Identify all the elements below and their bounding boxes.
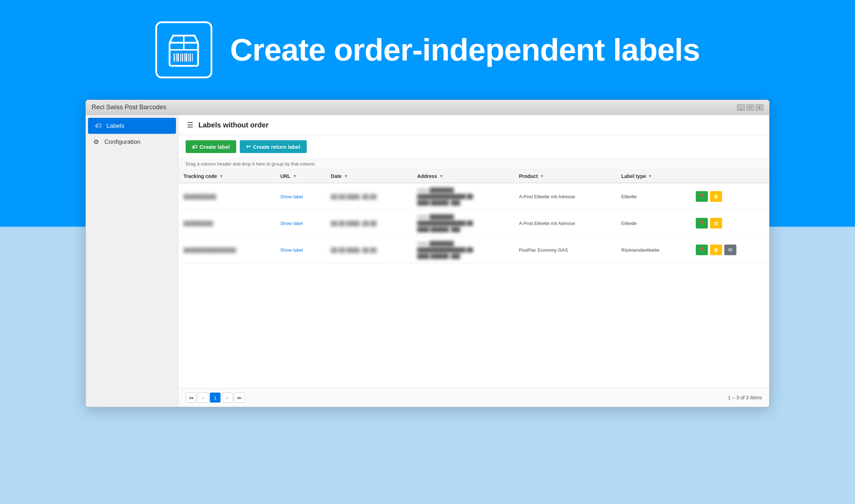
cell-tracking-code: ██████████ xyxy=(178,183,275,210)
cell-address: Adam ████████ ████████████████ ██ ████ █… xyxy=(412,210,514,237)
filter-address-icon[interactable]: ▼ xyxy=(439,174,444,179)
pin-button[interactable]: 📍 xyxy=(696,191,708,202)
pagination-bar: ⏮ ‹ 1 › ⏭ 1 – 3 of 3 items xyxy=(178,388,769,407)
maximize-button[interactable]: □ xyxy=(746,104,754,111)
delete-button[interactable]: 🗑 xyxy=(710,245,722,255)
show-label-link[interactable]: Show label xyxy=(280,221,303,226)
cell-product: A-Post Etikette mit Adresse xyxy=(514,210,616,237)
delete-button[interactable]: 🗑 xyxy=(710,218,722,229)
app-logo xyxy=(155,21,212,78)
create-label-icon: 🏷 xyxy=(192,144,197,150)
main-content: ☰ Labels without order 🏷 Create label ↩ … xyxy=(178,115,769,407)
table-row: █████████Show label██.██.████, ██:██Adam… xyxy=(178,210,769,237)
labels-icon: 🏷 xyxy=(94,122,102,130)
cell-address: Adam ████████ ████████████████ ██ ████ █… xyxy=(412,183,514,210)
col-address: Address ▼ xyxy=(412,170,514,183)
sidebar-item-configuration-label: Configuration xyxy=(104,138,140,146)
pagination-controls: ⏮ ‹ 1 › ⏭ xyxy=(186,393,245,403)
table-header-row: Tracking code ▼ URL ▼ xyxy=(178,170,769,183)
first-page-button[interactable]: ⏮ xyxy=(186,393,196,403)
app-window-wrap: Reci Swiss Post Barcodes _ □ × 🏷 Labels … xyxy=(86,100,770,407)
filter-url-icon[interactable]: ▼ xyxy=(292,174,297,179)
delete-button[interactable]: 🗑 xyxy=(710,191,722,202)
app-window: Reci Swiss Post Barcodes _ □ × 🏷 Labels … xyxy=(86,100,770,407)
cell-url[interactable]: Show label xyxy=(275,210,326,237)
sidebar: 🏷 Labels ⚙ Configuration xyxy=(86,115,178,407)
cell-url[interactable]: Show label xyxy=(275,237,326,263)
sidebar-item-configuration[interactable]: ⚙ Configuration xyxy=(86,134,178,150)
filter-tracking-icon[interactable]: ▼ xyxy=(219,174,223,179)
show-label-link[interactable]: Show label xyxy=(280,247,303,253)
toolbar: 🏷 Create label ↩ Create return label xyxy=(178,135,769,158)
create-return-label-button[interactable]: ↩ Create return label xyxy=(240,140,307,153)
cell-address: Adam ████████ ████████████████ ██ ████ █… xyxy=(412,237,514,263)
hero-banner: Create order-independent labels xyxy=(0,0,855,100)
gear-icon: ⚙ xyxy=(92,138,100,146)
cell-product: A-Post Etikette mit Adresse xyxy=(514,183,616,210)
cell-tracking-code: ████████████████ xyxy=(178,237,275,263)
close-button[interactable]: × xyxy=(756,104,763,111)
group-by-hint: Drag a column header and drop it here to… xyxy=(178,158,769,170)
table-row: ████████████████Show label██.██.████, ██… xyxy=(178,237,769,263)
filter-labeltype-icon[interactable]: ▼ xyxy=(648,174,652,179)
window-body: 🏷 Labels ⚙ Configuration ☰ Labels withou… xyxy=(86,115,769,407)
cell-actions: 📍🗑✉ xyxy=(691,237,769,263)
col-tracking-code: Tracking code ▼ xyxy=(178,170,275,183)
show-label-link[interactable]: Show label xyxy=(280,194,303,199)
col-actions xyxy=(691,170,769,183)
cell-product: PostPac Economy GAS xyxy=(514,237,616,263)
prev-page-button[interactable]: ‹ xyxy=(198,393,208,403)
table-row: ██████████Show label██.██.████, ██:██Ada… xyxy=(178,183,769,210)
col-date: Date ▼ xyxy=(326,170,413,183)
cell-label-type: Etikette xyxy=(616,183,691,210)
cell-url[interactable]: Show label xyxy=(275,183,326,210)
filter-date-icon[interactable]: ▼ xyxy=(344,174,348,179)
create-label-button[interactable]: 🏷 Create label xyxy=(186,140,236,153)
cell-label-type: Rücksendeetikette xyxy=(616,237,691,263)
data-table-wrap: Tracking code ▼ URL ▼ xyxy=(178,170,769,388)
pin-button[interactable]: 📍 xyxy=(696,245,708,255)
labels-table: Tracking code ▼ URL ▼ xyxy=(178,170,769,263)
window-title: Reci Swiss Post Barcodes xyxy=(92,104,166,111)
email-button[interactable]: ✉ xyxy=(724,245,736,255)
create-return-label-text: Create return label xyxy=(253,144,300,150)
col-product: Product ▼ xyxy=(514,170,616,183)
col-url: URL ▼ xyxy=(275,170,326,183)
sidebar-item-labels[interactable]: 🏷 Labels xyxy=(88,118,176,134)
create-label-text: Create label xyxy=(200,144,230,150)
content-header: ☰ Labels without order xyxy=(178,115,769,135)
minimize-button[interactable]: _ xyxy=(737,104,745,111)
sidebar-item-labels-label: Labels xyxy=(107,122,124,130)
create-return-icon: ↩ xyxy=(246,143,251,150)
content-header-title: Labels without order xyxy=(198,121,269,129)
pagination-info: 1 – 3 of 3 items xyxy=(728,395,762,400)
cell-date: ██.██.████, ██:██ xyxy=(326,210,413,237)
cell-label-type: Etikette xyxy=(616,210,691,237)
pin-button[interactable]: 📍 xyxy=(696,218,708,229)
last-page-button[interactable]: ⏭ xyxy=(234,393,245,403)
cell-date: ██.██.████, ██:██ xyxy=(326,183,413,210)
cell-tracking-code: █████████ xyxy=(178,210,275,237)
cell-date: ██.██.████, ██:██ xyxy=(326,237,413,263)
cell-actions: 📍🗑 xyxy=(691,210,769,237)
cell-actions: 📍🗑 xyxy=(691,183,769,210)
col-label-type: Label type ▼ xyxy=(616,170,691,183)
hamburger-icon: ☰ xyxy=(187,121,193,129)
window-controls: _ □ × xyxy=(737,104,763,111)
hero-title: Create order-independent labels xyxy=(230,32,700,68)
page-1-button[interactable]: 1 xyxy=(210,393,221,403)
next-page-button[interactable]: › xyxy=(222,393,233,403)
window-titlebar: Reci Swiss Post Barcodes _ □ × xyxy=(86,100,769,115)
filter-product-icon[interactable]: ▼ xyxy=(540,174,544,179)
